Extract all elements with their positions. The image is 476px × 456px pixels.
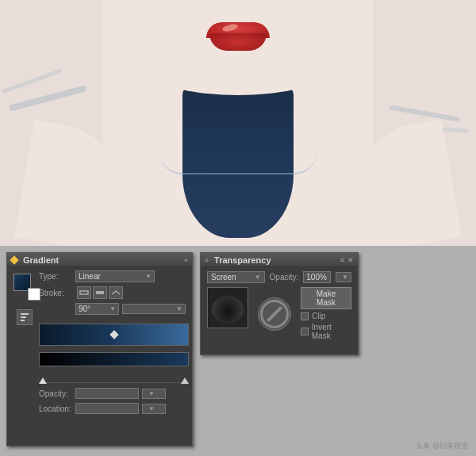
gradient-preview-bar[interactable]: [39, 324, 189, 346]
location-unit-arrow: ▼: [148, 405, 155, 412]
gradient-panel-body: Type: Linear ▼ Stroke:: [7, 267, 192, 421]
svg-rect-2: [21, 320, 25, 321]
opacity-val: 100%: [306, 273, 327, 282]
svg-rect-3: [80, 291, 88, 294]
brush-stroke: [389, 105, 460, 122]
stroke-btn-1[interactable]: [77, 286, 91, 299]
opacity-dropdown-arrow: ▼: [342, 274, 348, 281]
opacity-value-field[interactable]: 100%: [303, 271, 331, 283]
gradient-tool-icon: [20, 312, 29, 322]
gradient-midpoint-handle[interactable]: [109, 330, 118, 339]
svg-rect-4: [96, 291, 104, 294]
neck: [182, 79, 294, 238]
opacity-row: Opacity: ▼: [39, 388, 189, 399]
gradient-diamond-icon: [10, 255, 18, 264]
type-row: Type: Linear ▼: [39, 270, 189, 282]
stroke-btn-2[interactable]: [93, 286, 107, 299]
lip-highlight: [221, 23, 238, 33]
opacity-unit-arrow: ▼: [148, 390, 155, 397]
panels-area: Gradient «: [0, 246, 476, 456]
watermark-text: 头条 @衍果视觉: [416, 442, 468, 450]
type-dropdown[interactable]: Linear ▼: [75, 270, 155, 282]
mask-thumb-image: [208, 288, 248, 328]
gradient-right-col: Type: Linear ▼ Stroke:: [39, 270, 189, 418]
blend-mode-value: Screen: [211, 273, 236, 282]
gradient-panel: Gradient «: [6, 252, 193, 446]
gradient-title-left: Gradient: [11, 255, 59, 265]
location-row: Location: ▼: [39, 403, 189, 414]
stroke-label: Stroke:: [39, 289, 72, 297]
type-label: Type:: [39, 272, 72, 281]
transparency-panel-title: Transparency: [214, 255, 271, 265]
clip-checkbox[interactable]: [301, 312, 309, 320]
lip-bottom: [209, 33, 267, 51]
gradient-swatch-area[interactable]: [13, 274, 36, 296]
angle-row: 90° ▼ ▼: [39, 303, 189, 315]
lips: [206, 22, 270, 51]
transparency-buttons: Make Mask Clip Invert Mask: [301, 287, 351, 340]
stroke-icon-2: [95, 288, 105, 297]
stroke-icons: [77, 286, 123, 299]
mask-thumbnail[interactable]: [207, 287, 248, 328]
clip-label: Clip: [312, 312, 325, 320]
clip-row: Clip: [301, 312, 351, 320]
transparency-menu-icon[interactable]: ≡: [340, 256, 344, 264]
make-mask-button[interactable]: Make Mask: [301, 287, 351, 309]
transparency-title-left: » Transparency: [205, 255, 271, 265]
stroke-icon-1: [79, 288, 89, 297]
panel-collapse-icon[interactable]: «: [184, 256, 188, 264]
stroke-icon-3: [111, 288, 121, 297]
panel-divider: [39, 382, 189, 383]
blend-mode-dropdown[interactable]: Screen ▼: [207, 271, 265, 283]
opacity-dropdown[interactable]: ▼: [336, 272, 351, 282]
transparency-titlebar: » Transparency ≡ ✕: [201, 253, 358, 267]
brush-stroke: [9, 85, 87, 112]
neck-curve: [159, 151, 317, 174]
location-field[interactable]: [75, 403, 139, 414]
type-value: Linear: [79, 272, 101, 281]
watermark: 头条 @衍果视觉: [416, 441, 468, 451]
gradient-options-btn[interactable]: [17, 309, 33, 325]
gradient-panel-title: Gradient: [23, 255, 59, 265]
transparency-panel: » Transparency ≡ ✕ Screen ▼ Opacity: 100…: [200, 252, 359, 355]
angle-value: 90°: [79, 305, 90, 313]
transp-opacity-label: Opacity:: [270, 273, 299, 282]
brush-stroke: [2, 68, 63, 94]
transparency-close-btn[interactable]: ✕: [347, 256, 354, 264]
invert-mask-label: Invert Mask: [312, 323, 351, 340]
stroke-row: Stroke:: [39, 286, 189, 299]
stroke-btn-3[interactable]: [109, 286, 123, 299]
angle-extra-dropdown[interactable]: ▼: [122, 304, 186, 314]
invert-mask-row: Invert Mask: [301, 323, 351, 340]
transparency-body: Screen ▼ Opacity: 100% ▼: [201, 267, 358, 344]
blend-opacity-row: Screen ▼ Opacity: 100% ▼: [207, 271, 351, 283]
invert-mask-checkbox[interactable]: [301, 328, 309, 335]
angle-dropdown[interactable]: 90° ▼: [75, 303, 119, 315]
type-dropdown-arrow: ▼: [145, 273, 152, 280]
location-label: Location:: [39, 404, 72, 413]
no-entry-circle: [260, 300, 289, 328]
no-entry-icon[interactable]: [258, 297, 291, 331]
angle-dropdown-arrow: ▼: [109, 305, 116, 312]
swatch-background[interactable]: [28, 288, 40, 301]
blend-mode-arrow: ▼: [255, 274, 261, 281]
svg-rect-1: [21, 316, 26, 318]
artwork-area: [0, 0, 476, 246]
gradient-stops-bar[interactable]: [39, 352, 189, 366]
svg-rect-0: [21, 313, 29, 315]
gradient-stop-right[interactable]: [181, 377, 189, 384]
location-unit-dropdown[interactable]: ▼: [142, 404, 166, 414]
gradient-stop-left[interactable]: [39, 377, 47, 384]
opacity-label: Opacity:: [39, 389, 72, 398]
transp-middle: Make Mask Clip Invert Mask: [207, 287, 351, 340]
transparency-collapse-icon[interactable]: »: [205, 256, 209, 264]
opacity-field[interactable]: [75, 388, 139, 399]
opacity-unit-dropdown[interactable]: ▼: [142, 389, 166, 399]
gradient-panel-titlebar: Gradient «: [7, 253, 192, 267]
angle-extra-arrow: ▼: [176, 305, 182, 312]
gradient-left-col: [10, 270, 39, 418]
